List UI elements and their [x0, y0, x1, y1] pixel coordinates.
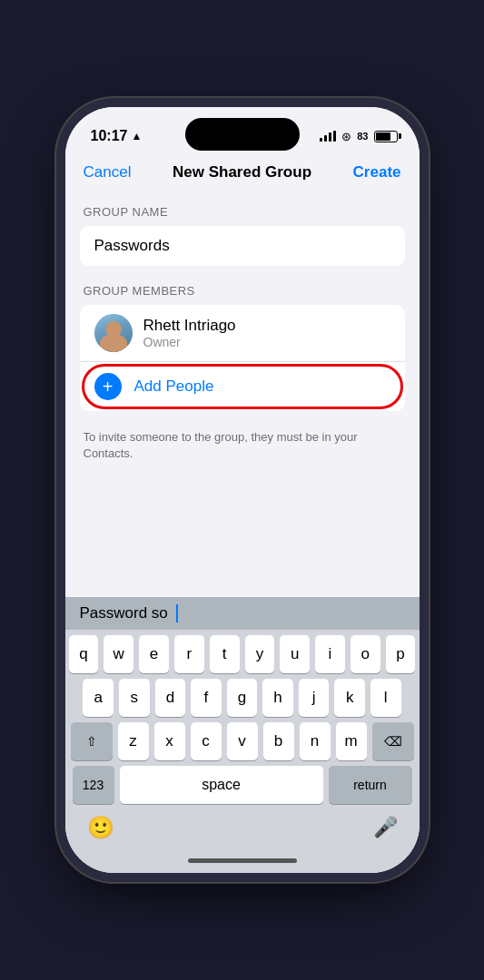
signal-icon	[320, 131, 336, 142]
return-key[interactable]: return	[329, 766, 412, 804]
member-info: Rhett Intriago Owner	[143, 317, 236, 349]
key-u[interactable]: u	[280, 635, 310, 673]
group-name-input[interactable]	[94, 237, 390, 255]
key-r[interactable]: r	[174, 635, 204, 673]
key-d[interactable]: d	[155, 679, 186, 717]
key-s[interactable]: s	[119, 679, 150, 717]
page-title: New Shared Group	[173, 163, 311, 181]
member-name: Rhett Intriago	[143, 317, 236, 335]
key-c[interactable]: c	[191, 722, 222, 760]
key-j[interactable]: j	[299, 679, 330, 717]
predictive-text: Password so	[80, 604, 168, 622]
key-z[interactable]: z	[118, 722, 149, 760]
key-e[interactable]: e	[139, 635, 169, 673]
key-f[interactable]: f	[191, 679, 222, 717]
avatar	[94, 314, 133, 352]
keyboard[interactable]: Password so q w e r t y u i o p a s d	[65, 597, 420, 873]
key-o[interactable]: o	[351, 635, 380, 673]
location-icon: ▲	[131, 130, 142, 142]
add-icon-circle: +	[94, 373, 122, 400]
emoji-icon[interactable]: 🙂	[87, 815, 114, 840]
keyboard-rows: q w e r t y u i o p a s d f g h j k	[65, 630, 420, 808]
key-row-1: q w e r t y u i o p	[69, 635, 416, 673]
member-role: Owner	[143, 335, 236, 349]
dynamic-island	[185, 118, 300, 151]
numbers-key[interactable]: 123	[73, 766, 114, 804]
key-p[interactable]: p	[386, 635, 416, 673]
key-k[interactable]: k	[334, 679, 365, 717]
home-bar	[188, 858, 297, 863]
key-g[interactable]: g	[227, 679, 258, 717]
members-section: GROUP MEMBERS Rhett Intriago Owner	[65, 284, 420, 411]
key-n[interactable]: n	[300, 722, 331, 760]
add-people-button[interactable]: + Add People	[80, 362, 405, 411]
add-people-label[interactable]: Add People	[134, 377, 214, 396]
backspace-key[interactable]: ⌫	[372, 722, 414, 760]
key-l[interactable]: l	[370, 679, 401, 717]
status-time: 10:17 ▲	[91, 128, 143, 144]
owner-row: Rhett Intriago Owner	[80, 305, 405, 362]
key-a[interactable]: a	[83, 679, 114, 717]
mic-icon[interactable]: 🎤	[373, 816, 398, 839]
home-indicator	[65, 848, 420, 873]
key-q[interactable]: q	[69, 635, 99, 673]
content-area: GROUP NAME GROUP MEMBERS Rhett Intriago …	[65, 191, 420, 476]
space-key[interactable]: space	[120, 766, 323, 804]
clock: 10:17	[91, 128, 128, 144]
hint-text: To invite someone to the group, they mus…	[65, 422, 420, 462]
key-x[interactable]: x	[154, 722, 185, 760]
create-button[interactable]: Create	[353, 163, 401, 181]
member-card: Rhett Intriago Owner + Add People	[80, 305, 405, 411]
key-w[interactable]: w	[104, 635, 133, 673]
key-row-3: ⇧ z x c v b n m ⌫	[69, 722, 416, 760]
plus-icon: +	[103, 377, 114, 396]
key-b[interactable]: b	[263, 722, 294, 760]
key-h[interactable]: h	[262, 679, 293, 717]
group-name-input-container[interactable]	[80, 226, 405, 266]
status-right-icons: ⊛ 83	[320, 130, 397, 143]
key-m[interactable]: m	[336, 722, 367, 760]
shift-key[interactable]: ⇧	[71, 722, 113, 760]
key-row-2: a s d f g h j k l	[69, 679, 416, 717]
emoji-bar: 🙂 🎤	[65, 808, 420, 848]
key-row-4: 123 space return	[69, 766, 416, 804]
cancel-button[interactable]: Cancel	[84, 163, 132, 181]
phone-frame: 10:17 ▲ ⊛ 83 Cancel New Shared Group Cre…	[65, 107, 420, 873]
battery-icon	[374, 131, 398, 142]
status-bar: 10:17 ▲ ⊛ 83	[65, 107, 420, 152]
key-v[interactable]: v	[227, 722, 258, 760]
annotation-circle	[82, 364, 403, 409]
predictive-bar: Password so	[65, 597, 420, 630]
key-y[interactable]: y	[245, 635, 275, 673]
battery-percent: 83	[357, 131, 368, 142]
group-name-label: GROUP NAME	[65, 205, 420, 226]
wifi-icon: ⊛	[341, 130, 351, 143]
group-members-label: GROUP MEMBERS	[65, 284, 420, 305]
text-cursor	[176, 604, 178, 622]
key-t[interactable]: t	[210, 635, 240, 673]
key-i[interactable]: i	[315, 635, 345, 673]
nav-bar: Cancel New Shared Group Create	[65, 152, 420, 191]
